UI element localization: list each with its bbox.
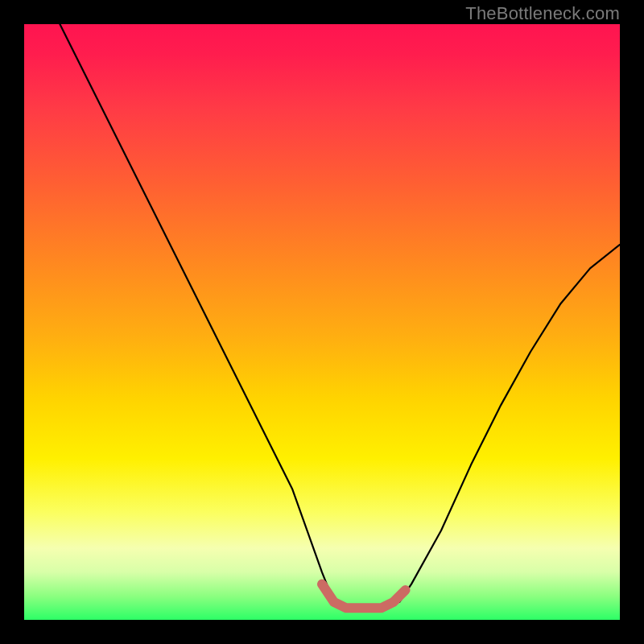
chart-frame: TheBottleneck.com [0, 0, 644, 644]
optimal-band [322, 584, 406, 609]
watermark-text: TheBottleneck.com [465, 3, 620, 24]
curve-layer [24, 24, 620, 620]
bottleneck-curve [60, 24, 620, 608]
gradient-plot-area [24, 24, 620, 620]
